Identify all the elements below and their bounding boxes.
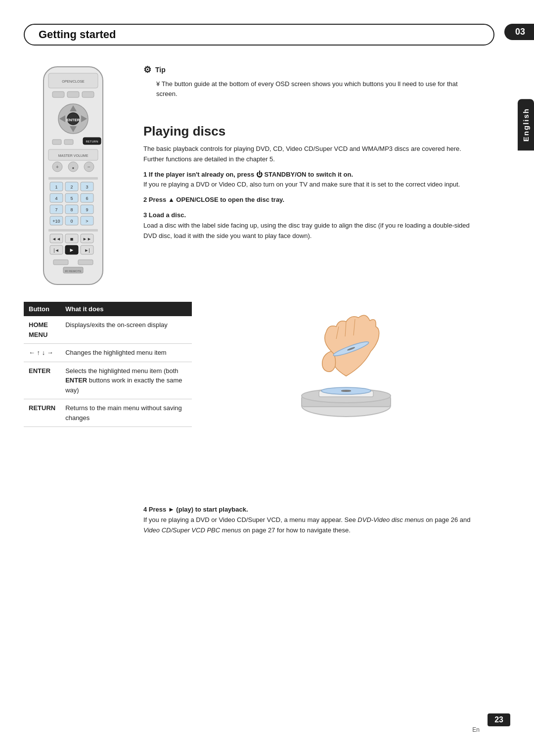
header-bar: Getting started (24, 24, 494, 46)
button-name-enter: ENTER (24, 362, 60, 399)
tip-label: Tip (155, 66, 166, 74)
step-1: 1 If the player isn't already on, press … (143, 170, 480, 190)
svg-text:■: ■ (70, 236, 74, 242)
svg-text:3: 3 (86, 185, 88, 189)
svg-text:|◄: |◄ (53, 248, 59, 253)
svg-text:●: ● (72, 166, 75, 170)
svg-text:►|: ►| (84, 248, 89, 253)
svg-text:2: 2 (70, 185, 73, 189)
col-header-button: Button (24, 302, 60, 316)
button-name-arrows: ← ↑ ↓ → (24, 344, 60, 362)
svg-text:ENTER: ENTER (66, 118, 80, 122)
italic-text-2: Video CD/Super VCD PBC menus (143, 526, 241, 534)
svg-text:+: + (56, 164, 59, 170)
tip-body: The button guide at the bottom of every … (156, 80, 458, 97)
svg-rect-63 (53, 260, 68, 265)
svg-text:OPEN/CLOSE: OPEN/CLOSE (62, 80, 85, 83)
svg-rect-4 (67, 92, 79, 97)
step-4-body: If you re playing a DVD or Video CD/Supe… (143, 515, 480, 536)
svg-text:9: 9 (86, 207, 88, 212)
button-name-home: HOMEMENU (24, 316, 60, 344)
tip-text: ¥ The button guide at the bottom of ever… (143, 79, 480, 98)
table-row: ENTER Selects the highlighted menu item … (24, 362, 192, 399)
button-name-return: RETURN (24, 399, 60, 427)
svg-rect-16 (64, 140, 73, 144)
svg-rect-50 (48, 229, 98, 232)
svg-rect-25 (48, 177, 98, 180)
svg-text:>: > (86, 219, 88, 224)
svg-text:5: 5 (70, 196, 73, 201)
playing-discs-section: Playing discs The basic playback control… (143, 124, 480, 246)
step-4-title: 4 Press ► (play) to start playback. (143, 505, 480, 515)
table-row: ← ↑ ↓ → Changes the highlighted menu ite… (24, 344, 192, 362)
page-number-badge: 03 (504, 24, 534, 40)
button-desc-home: Displays/exits the on-screen display (60, 316, 192, 344)
svg-text:6: 6 (86, 196, 88, 201)
button-desc-enter: Selects the highlighted menu item (both … (60, 362, 192, 399)
svg-text:►►: ►► (83, 236, 91, 241)
italic-text-1: DVD-Video disc menus (357, 516, 424, 523)
svg-text:7: 7 (55, 207, 57, 212)
svg-text:4: 4 (55, 196, 57, 201)
svg-text:IR REMOTE: IR REMOTE (65, 270, 81, 273)
button-desc-arrows: Changes the highlighted menu item (60, 344, 192, 362)
step-2-title: 2 Press ▲ OPEN/CLOSE to open the disc tr… (143, 195, 480, 205)
tip-icon: ⚙ (143, 64, 151, 75)
svg-text:−: − (88, 164, 90, 170)
button-table: Button What it does HOMEMENU Displays/ex… (24, 302, 192, 427)
remote-control-image: OPEN/CLOSE ENTER RETURN MASTER VOLUME + … (24, 64, 123, 292)
svg-text:+10: +10 (52, 219, 60, 224)
svg-text:8: 8 (70, 207, 73, 212)
svg-point-72 (341, 390, 351, 392)
en-label: En (472, 726, 480, 733)
svg-rect-64 (78, 260, 93, 265)
svg-rect-5 (82, 92, 94, 97)
svg-rect-3 (52, 92, 64, 97)
svg-text:1: 1 (55, 185, 57, 189)
step-3-body: Load a disc with the label side facing u… (143, 221, 480, 241)
svg-text:►: ► (69, 247, 75, 253)
step-1-title: 1 If the player isn't already on, press … (143, 170, 480, 180)
svg-text:MASTER VOLUME: MASTER VOLUME (58, 154, 89, 157)
page-number-bottom: 23 (488, 713, 510, 726)
step-4-section: 4 Press ► (play) to start playback. If y… (143, 505, 480, 540)
section-title: Playing discs (143, 124, 480, 139)
col-header-what: What it does (60, 302, 192, 316)
disc-image (213, 312, 480, 425)
step-3-title: 3 Load a disc. (143, 210, 480, 221)
button-desc-return: Returns to the main menu without saving … (60, 399, 192, 427)
page-title: Getting started (39, 28, 116, 41)
svg-rect-15 (52, 140, 61, 144)
language-tab: English (518, 99, 534, 150)
step-2: 2 Press ▲ OPEN/CLOSE to open the disc tr… (143, 195, 480, 205)
svg-text:0: 0 (70, 219, 73, 224)
svg-text:◄◄: ◄◄ (52, 236, 61, 241)
table-row: RETURN Returns to the main menu without … (24, 399, 192, 427)
intro-text: The basic playback controls for playing … (143, 144, 480, 165)
svg-text:RETURN: RETURN (86, 140, 98, 143)
step-1-body: If you re playing a DVD or Video CD, als… (143, 180, 480, 190)
step-4: 4 Press ► (play) to start playback. If y… (143, 505, 480, 535)
tip-box: ⚙ Tip ¥ The button guide at the bottom o… (143, 64, 480, 98)
step-3: 3 Load a disc. Load a disc with the labe… (143, 210, 480, 241)
tip-header: ⚙ Tip (143, 64, 480, 75)
table-row: HOMEMENU Displays/exits the on-screen di… (24, 316, 192, 344)
